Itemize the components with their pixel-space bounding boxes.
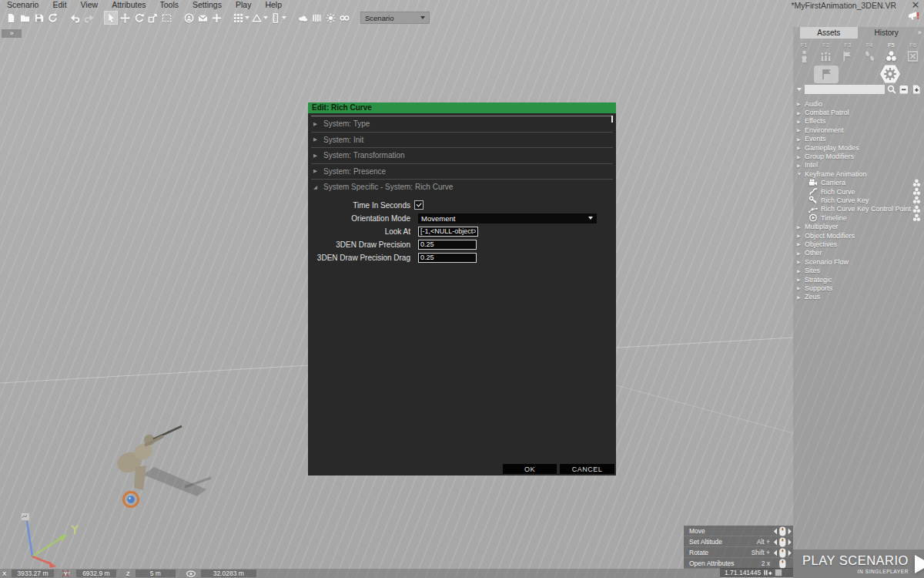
character-icon[interactable] [182, 12, 195, 24]
tree-item-intel[interactable]: ▶Intel [793, 161, 924, 170]
draw-precision-drag-input[interactable] [418, 253, 477, 263]
redo-icon[interactable] [82, 12, 95, 24]
orientation-mode-dropdown[interactable]: Movement [418, 213, 597, 223]
tree-item-combat-patrol[interactable]: ▶Combat Patrol [793, 108, 924, 116]
tree-item-strategic[interactable]: ▶Strategic [793, 275, 924, 284]
palette-trigger-flag-icon[interactable]: F3 [837, 42, 859, 65]
undo-icon[interactable] [69, 12, 81, 24]
palette-group-icon[interactable]: F2 [815, 42, 836, 65]
section-system-presence[interactable]: ▶System: Presence [311, 164, 613, 180]
notification-icon[interactable] [907, 10, 920, 21]
tree-item-object-modifiers[interactable]: ▶Object Modifiers [793, 231, 924, 240]
chevron-expanded-icon[interactable]: ▼ [797, 172, 805, 176]
toolbar-expand-button[interactable]: » [2, 29, 22, 38]
dialog-scrollbar[interactable] [611, 116, 613, 123]
section-system-specific-system-rich-curve[interactable]: ◢System Specific - System: Rich Curve [311, 180, 613, 195]
ok-button[interactable]: OK [503, 464, 557, 474]
palette-unit-icon[interactable]: F1 [793, 42, 815, 65]
chevron-collapsed-icon[interactable]: ▶ [797, 127, 805, 133]
sync-icon[interactable] [46, 12, 59, 24]
chevron-collapsed-icon[interactable]: ▶ [797, 224, 805, 230]
tree-item-group-modifiers[interactable]: ▶Group Modifiers [793, 152, 924, 160]
menu-item-play[interactable]: Play [229, 0, 258, 10]
tree-item-gameplay-modes[interactable]: ▶Gameplay Modes [793, 143, 924, 152]
draw-precision-input[interactable] [418, 240, 477, 250]
section-system-init[interactable]: ▶System: Init [311, 133, 613, 149]
plus-icon[interactable] [210, 12, 223, 24]
palette-marker-icon[interactable]: F6 [902, 42, 923, 65]
search-input[interactable] [805, 85, 885, 94]
clouds-icon[interactable] [296, 12, 309, 24]
tree-item-supports[interactable]: ▶Supports [793, 284, 924, 292]
look-at-input[interactable] [418, 227, 478, 237]
chevron-collapsed-icon[interactable]: ▶ [797, 250, 805, 256]
chevron-collapsed-icon[interactable]: ▶ [797, 241, 805, 247]
collapse-all-icon[interactable] [899, 84, 909, 95]
tree-item-sites[interactable]: ▶Sites [793, 266, 924, 274]
move-icon[interactable] [119, 12, 131, 24]
triangle-icon[interactable] [251, 12, 268, 24]
tree-item-other[interactable]: ▶Other [793, 249, 924, 257]
tree-item-rich-curve[interactable]: Rich Curve [793, 187, 924, 196]
ruler-icon[interactable] [270, 12, 286, 24]
chevron-collapsed-icon[interactable]: ▶ [797, 268, 805, 274]
section-system-type[interactable]: ▶System: Type [311, 116, 613, 133]
time-in-seconds-checkbox[interactable] [414, 200, 424, 210]
chevron-collapsed-icon[interactable]: ▶ [797, 233, 805, 238]
envelope-icon[interactable] [196, 12, 209, 24]
chevron-collapsed-icon[interactable]: ▶ [797, 259, 805, 264]
chevron-collapsed-icon[interactable]: ▶ [797, 163, 805, 168]
columns-icon[interactable] [310, 12, 323, 24]
menu-item-attributes[interactable]: Attributes [105, 0, 152, 10]
chevron-collapsed-icon[interactable]: ▶ [797, 136, 805, 142]
picture-flag-icon[interactable] [813, 65, 839, 84]
grid-icon[interactable] [233, 12, 249, 24]
expand-all-icon[interactable] [911, 84, 922, 95]
tree-item-events[interactable]: ▶Events [793, 135, 924, 143]
save-icon[interactable] [32, 12, 45, 24]
chevron-collapsed-icon[interactable]: ▶ [797, 145, 805, 150]
tree-item-timeline[interactable]: Timeline [793, 213, 924, 222]
menu-item-view[interactable]: View [74, 0, 105, 10]
play-scenario-button[interactable]: PLAY SCENARIO IN SINGLEPLAYER [793, 549, 924, 578]
open-folder-icon[interactable] [18, 12, 31, 24]
tree-item-environment[interactable]: ▶Environment [793, 126, 924, 134]
tree-item-objectives[interactable]: ▶Objectives [793, 240, 924, 248]
tree-item-effects[interactable]: ▶Effects [793, 117, 924, 126]
menu-item-settings[interactable]: Settings [186, 0, 229, 10]
chevron-collapsed-icon[interactable]: ▶ [797, 277, 805, 282]
close-icon[interactable]: ✕ [907, 0, 924, 10]
scenario-phase-dropdown[interactable]: Scenario [360, 12, 430, 24]
chevron-collapsed-icon[interactable]: ▶ [797, 119, 805, 124]
palette-waypoint-icon[interactable]: F4 [859, 42, 880, 65]
cancel-button[interactable]: CANCEL [560, 464, 614, 474]
pointer-icon[interactable] [105, 12, 117, 24]
palette-modules-icon[interactable]: F5 [880, 42, 902, 65]
tree-item-camera[interactable]: Camera [793, 179, 924, 187]
tree-item-zeus[interactable]: ▶Zeus [793, 293, 924, 301]
area-select-icon[interactable] [160, 12, 172, 24]
transform-icon[interactable] [146, 12, 159, 24]
systems-gear-icon[interactable] [879, 63, 901, 85]
tree-item-keyframe-animation[interactable]: ▼Keyframe Animation [793, 170, 924, 178]
filter-caret-icon[interactable] [797, 88, 802, 91]
binoculars-icon[interactable] [338, 12, 350, 24]
menu-item-scenario[interactable]: Scenario [0, 0, 45, 10]
section-system-transformation[interactable]: ▶System: Transformation [311, 148, 613, 164]
menu-item-tools[interactable]: Tools [152, 0, 186, 10]
tree-item-rich-curve-key[interactable]: Rich Curve Key [793, 196, 924, 204]
chevron-collapsed-icon[interactable]: ▶ [797, 101, 805, 106]
sun-icon[interactable] [324, 12, 336, 24]
chevron-collapsed-icon[interactable]: ▶ [797, 294, 805, 300]
rotate-icon[interactable] [132, 12, 145, 24]
menu-item-edit[interactable]: Edit [45, 0, 73, 10]
chevron-collapsed-icon[interactable]: ▶ [797, 110, 805, 116]
chevron-collapsed-icon[interactable]: ▶ [797, 285, 805, 291]
new-file-icon[interactable] [5, 12, 17, 24]
chevron-collapsed-icon[interactable]: ▶ [797, 154, 805, 160]
tree-item-audio[interactable]: ▶Audio [793, 99, 924, 108]
tabs-more-icon[interactable]: » [915, 27, 924, 39]
search-icon[interactable] [886, 84, 897, 95]
menu-item-help[interactable]: Help [258, 0, 289, 10]
tree-item-scenario-flow[interactable]: ▶Scenario Flow [793, 257, 924, 266]
